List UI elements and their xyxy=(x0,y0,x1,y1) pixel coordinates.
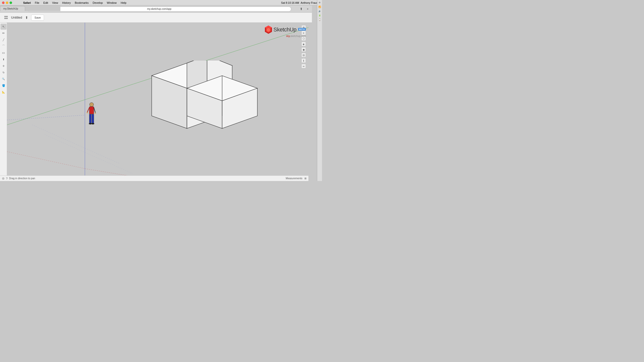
traffic-lights xyxy=(0,0,12,6)
hamburger-line-2 xyxy=(4,17,8,18)
svg-line-5 xyxy=(32,125,120,164)
logo-beta: BETA xyxy=(298,28,306,31)
svg-line-6 xyxy=(45,134,133,173)
measurements-label: Measurements xyxy=(286,177,302,180)
share-button[interactable]: ⬆ xyxy=(298,7,304,11)
url-bar[interactable]: my.sketchup.com/app xyxy=(27,7,291,12)
svg-line-4 xyxy=(7,115,85,120)
menubar-bookmarks[interactable]: Bookmarks xyxy=(73,1,90,5)
infinity-panel-icon[interactable]: ∞ xyxy=(301,64,306,68)
share-model-button[interactable]: ⬆ xyxy=(24,15,30,21)
menubar-develop[interactable]: Develop xyxy=(91,1,104,5)
sys-icon-3: 🔊 xyxy=(318,9,322,13)
svg-point-27 xyxy=(87,112,88,113)
sketchup-icon xyxy=(264,25,272,34)
svg-point-32 xyxy=(91,123,94,124)
svg-line-3 xyxy=(7,152,85,169)
menubar: Safari File Edit View History Bookmarks … xyxy=(0,0,322,6)
svg-line-2 xyxy=(85,169,308,175)
menubar-edit[interactable]: Edit xyxy=(42,1,50,5)
sys-icon-1: ⚙ xyxy=(318,1,322,5)
svg-line-26 xyxy=(87,108,89,112)
app-title: Untitled xyxy=(11,16,22,19)
viewport[interactable]: SketchUp BETA my.sketchup.com xyxy=(7,23,308,175)
styles-panel-icon[interactable]: ◉ xyxy=(301,47,306,52)
svg-point-28 xyxy=(95,112,96,114)
app-toolbar: Untitled ⬆ Save xyxy=(0,13,312,23)
svg-rect-29 xyxy=(89,114,91,123)
save-button[interactable]: Save xyxy=(31,15,44,21)
svg-rect-23 xyxy=(89,107,94,114)
push-pull-tool[interactable]: ⬆ xyxy=(1,56,7,62)
menubar-view[interactable]: View xyxy=(50,1,60,5)
entity-info-panel-icon[interactable]: ℹ xyxy=(301,58,306,63)
arc-tool[interactable]: ⌒ xyxy=(1,43,7,49)
status-left: ◎ ? Drag in direction to pan xyxy=(2,177,35,180)
menubar-right: Sat 8:10:16 AM Anthony Frausto xyxy=(281,1,322,4)
minimize-btn[interactable] xyxy=(6,2,8,4)
maximize-btn[interactable] xyxy=(10,2,12,4)
svg-point-22 xyxy=(90,103,94,107)
hamburger-line-3 xyxy=(4,18,8,19)
tab-bar: my.SketchUp xyxy=(0,6,60,11)
left-toolbar: ↖ ✏ ╱ ⌒ ▭ ⬆ ✛ ↻ 🔍 🪣 📐 xyxy=(0,23,7,181)
building-3d xyxy=(132,61,262,146)
rectangle-tool[interactable]: ▭ xyxy=(1,50,7,56)
menubar-app-name[interactable]: Safari xyxy=(21,1,33,5)
svg-rect-30 xyxy=(92,114,94,123)
add-tab-button[interactable]: + xyxy=(305,7,310,11)
zoom-tool[interactable]: 🔍 xyxy=(1,76,7,82)
menubar-history[interactable]: History xyxy=(60,1,72,5)
hamburger-line-1 xyxy=(4,16,8,17)
logo-text-container: SketchUp BETA xyxy=(273,26,306,33)
status-text: Drag in direction to pan xyxy=(9,177,35,180)
human-svg xyxy=(85,102,98,132)
menubar-file[interactable]: File xyxy=(33,1,41,5)
url-text: my.sketchup.com/app xyxy=(147,8,172,10)
logo-url: my.sketchup.com xyxy=(286,35,306,37)
status-bar: ◎ ? Drag in direction to pan Measurement… xyxy=(0,175,308,181)
sketchup-logo: SketchUp BETA my.sketchup.com xyxy=(264,25,306,37)
logo-text: SketchUp xyxy=(273,26,296,33)
line-tool[interactable]: ╱ xyxy=(1,37,7,43)
sys-icon-2: 📶 xyxy=(318,5,322,9)
outliner-panel-icon[interactable]: ⊟ xyxy=(301,53,306,57)
status-icon-circle: ◎ xyxy=(2,177,5,180)
logo-url-prefix: my. xyxy=(286,35,291,37)
macos-system-panel: ⚙ 📶 🔊 🔋 ⌚ xyxy=(317,0,322,181)
menubar-help[interactable]: Help xyxy=(119,1,128,5)
pencil-tool[interactable]: ✏ xyxy=(1,30,7,36)
menubar-time: Sat 8:10:16 AM xyxy=(281,1,299,4)
status-right: Measurements ⊞ xyxy=(286,177,306,180)
paint-tool[interactable]: 🪣 xyxy=(1,82,7,88)
logo-main: SketchUp BETA xyxy=(264,25,306,34)
menubar-window[interactable]: Window xyxy=(105,1,118,5)
menu-button[interactable] xyxy=(3,14,10,21)
measure-tool[interactable]: 📐 xyxy=(1,89,7,95)
app-content: Untitled ⬆ Save ↖ ✏ ╱ ⌒ ▭ ⬆ ✛ ↻ 🔍 🪣 📐 xyxy=(0,13,312,181)
close-btn[interactable] xyxy=(2,2,5,4)
svg-line-25 xyxy=(94,108,95,113)
status-icon-question: ? xyxy=(6,177,8,180)
tab-title: my.SketchUp xyxy=(3,7,18,10)
human-figure xyxy=(85,102,98,133)
orbit-tool[interactable]: ↻ xyxy=(1,69,7,75)
materials-panel-icon[interactable]: ◈ xyxy=(301,42,306,46)
sys-icon-5: ⌚ xyxy=(318,18,322,22)
logo-url-suffix: sketchup.com xyxy=(290,35,306,37)
move-tool[interactable]: ✛ xyxy=(1,63,7,69)
select-tool[interactable]: ↖ xyxy=(1,24,7,30)
browser-tab[interactable]: my.SketchUp xyxy=(0,6,25,11)
menubar-items: Safari File Edit View History Bookmarks … xyxy=(0,1,128,5)
sys-icon-4: 🔋 xyxy=(318,13,322,17)
measurements-icon: ⊞ xyxy=(304,177,306,180)
